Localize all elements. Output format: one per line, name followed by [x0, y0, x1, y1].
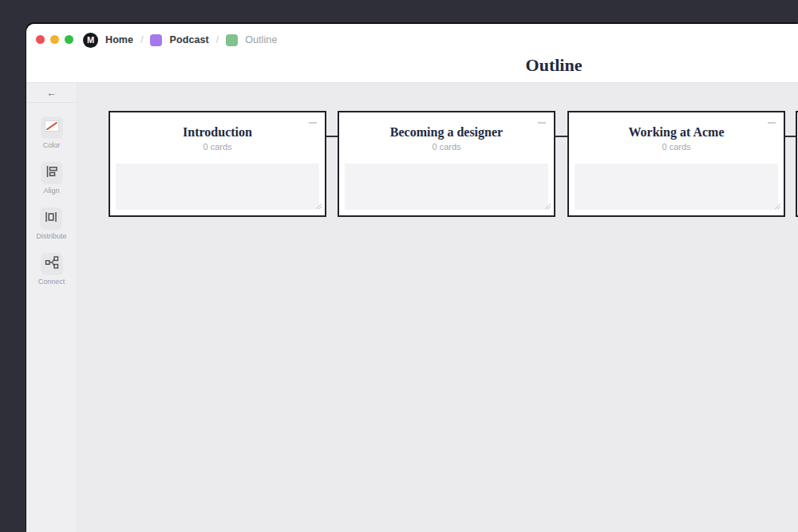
title-bar: M Home / Podcast / Outline Outline — [26, 24, 798, 83]
minimize-window-icon[interactable] — [50, 35, 59, 44]
breadcrumb-item-outline: Outline — [245, 34, 277, 45]
tool-list: Color Align — [26, 103, 77, 298]
tool-label: Color — [43, 141, 61, 149]
resize-handle-icon[interactable] — [315, 199, 322, 213]
card-count: 0 cards — [569, 142, 784, 152]
card-count: 0 cards — [110, 142, 325, 152]
card-title[interactable]: Becoming a designer — [339, 125, 554, 140]
breadcrumb-item-podcast[interactable]: Podcast — [169, 34, 208, 45]
close-window-icon[interactable] — [36, 35, 45, 44]
resize-handle-icon[interactable] — [774, 199, 781, 213]
card-title[interactable]: Introduction — [110, 125, 325, 140]
card-title[interactable]: Working at Acme — [569, 125, 784, 140]
page-title: Outline — [526, 55, 583, 76]
tool-label: Align — [43, 187, 59, 195]
breadcrumb: M Home / Podcast / Outline — [83, 32, 277, 48]
align-button[interactable] — [41, 162, 63, 184]
breadcrumb-item-home[interactable]: Home — [105, 34, 133, 45]
connect-nodes-icon — [44, 254, 60, 274]
breadcrumb-separator: / — [216, 34, 219, 45]
align-left-icon — [44, 164, 60, 183]
tool-connect: Connect — [38, 253, 65, 286]
collapse-sidebar-button[interactable]: ← — [26, 83, 77, 102]
tool-label: Connect — [38, 278, 65, 286]
card-introduction[interactable]: Introduction 0 cards — [109, 111, 326, 217]
zoom-window-icon[interactable] — [65, 35, 73, 44]
card-drop-area[interactable] — [116, 164, 319, 210]
card-drop-area[interactable] — [345, 164, 548, 210]
card-count: 0 cards — [339, 142, 554, 152]
podcast-board-icon[interactable] — [150, 34, 162, 46]
card-working-at-acme[interactable]: Working at Acme 0 cards — [567, 111, 785, 217]
tool-align: Align — [41, 162, 63, 195]
breadcrumb-separator: / — [140, 34, 143, 45]
tool-color: Color — [41, 116, 63, 149]
collapse-card-icon[interactable] — [538, 122, 546, 124]
outline-board-icon[interactable] — [226, 34, 238, 46]
desktop-frame: M Home / Podcast / Outline Outline ← — [0, 0, 798, 532]
window-controls — [36, 35, 73, 44]
collapse-card-icon[interactable] — [768, 122, 776, 124]
window-body: ← Color — [26, 83, 798, 532]
color-button[interactable] — [41, 116, 63, 139]
tool-label: Distribute — [36, 232, 66, 240]
tool-distribute: Distribute — [36, 207, 66, 240]
app-logo-icon[interactable]: M — [83, 33, 98, 48]
distribute-button[interactable] — [40, 207, 62, 230]
collapse-card-icon[interactable] — [309, 122, 317, 124]
distribute-icon — [43, 209, 59, 228]
connect-button[interactable] — [41, 253, 63, 275]
back-arrow-icon: ← — [46, 87, 57, 99]
tool-sidebar: ← Color — [26, 83, 77, 532]
card-becoming-a-designer[interactable]: Becoming a designer 0 cards — [338, 111, 555, 217]
resize-handle-icon[interactable] — [544, 199, 551, 213]
color-swatch-icon — [44, 118, 60, 137]
app-window: M Home / Podcast / Outline Outline ← — [26, 24, 798, 532]
card-drop-area[interactable] — [575, 164, 778, 210]
board-canvas[interactable]: Introduction 0 cards Becoming a designer… — [77, 83, 798, 532]
